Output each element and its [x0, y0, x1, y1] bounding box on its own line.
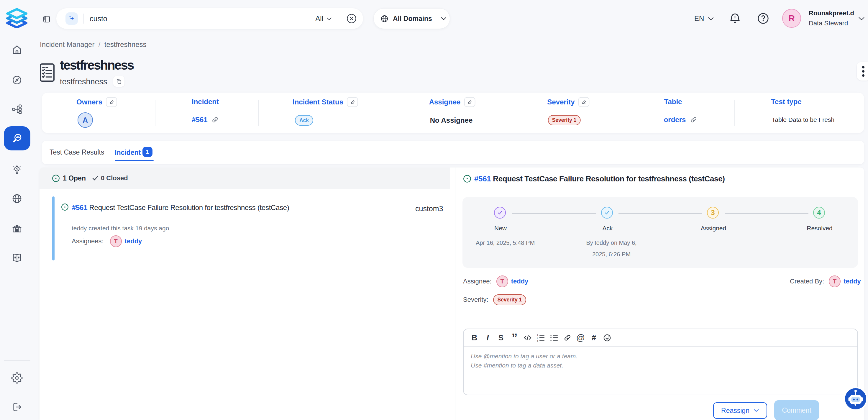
svg-text:3: 3: [537, 339, 538, 341]
